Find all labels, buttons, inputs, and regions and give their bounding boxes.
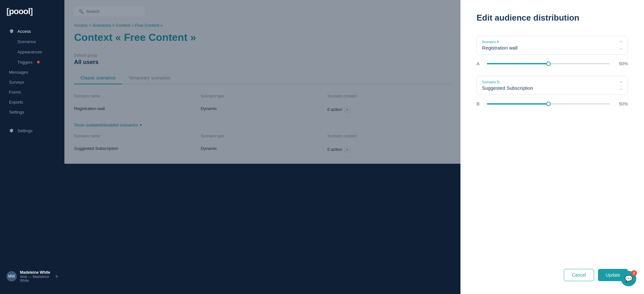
avatar: MW <box>6 271 17 281</box>
sidebar-item-appearances[interactable]: Appearances <box>3 47 62 57</box>
sidebar-label-messages: Messages <box>9 70 28 75</box>
chat-bubble[interactable]: 💬 2 <box>621 271 636 286</box>
scenario-a-value: Registration wall <box>482 45 622 51</box>
search-input[interactable] <box>86 9 140 14</box>
sidebar-label-settings: Settings <box>9 110 24 115</box>
page-title: Context « Free Content » <box>74 32 451 43</box>
sidebar-item-exports[interactable]: Exports <box>3 97 62 107</box>
row1-name: Registration wall <box>74 106 197 113</box>
user-profile[interactable]: MW Madeleine White Web — Madeleine White… <box>0 265 64 288</box>
sidebar-label-settings2: Settings <box>17 128 33 133</box>
user-sub: Web — Madeleine White <box>20 275 52 282</box>
sidebar-item-surveys[interactable]: Surveys <box>3 77 62 87</box>
sidebar-label-forms: Forms <box>9 90 21 95</box>
main-area: 🔍 Access > Scenarios > Context « Free Co… <box>64 0 460 294</box>
tab-classic[interactable]: Classic scenarios <box>74 72 122 84</box>
slider-a-label: A <box>477 61 482 66</box>
col-scenario-name: Scenario name <box>74 94 197 98</box>
chevron-down-icon: ▾ <box>140 123 142 127</box>
search-bar[interactable]: 🔍 <box>74 6 145 16</box>
sidebar: [poool] Access Scenarios Appearances Tri… <box>0 0 64 294</box>
sidebar-item-settings[interactable]: Settings <box>3 107 62 117</box>
group-label: Default group <box>74 53 451 58</box>
slider-b-value: 50% <box>615 101 628 106</box>
tabs: Classic scenarios Temporary scenarios <box>74 72 451 84</box>
sidebar-label-surveys: Surveys <box>9 80 24 85</box>
scenario-a-label: Scenario A <box>482 40 622 44</box>
slider-a-row: A 50% <box>477 61 628 66</box>
logo: [poool] <box>0 6 64 26</box>
sidebar-label-appearances: Appearances <box>17 50 42 54</box>
slider-b[interactable] <box>487 103 610 105</box>
triggers-badge <box>37 61 40 63</box>
sidebar-section-settings: Settings <box>0 125 64 136</box>
scenario-a-chevron-icon: ⌃⌄ <box>619 40 623 51</box>
scenario-b-value: Suggested Subscription <box>482 85 622 91</box>
user-chevron-icon: ⇅ <box>55 275 58 278</box>
modal-actions: Cancel Update <box>477 269 628 281</box>
slider-b-label: B <box>477 101 482 106</box>
table2-header: Scenario name Scenario type Scenario con… <box>74 131 451 142</box>
show-outdated-toggle[interactable]: Show outdated/disabled scenarios ▾ <box>74 123 451 127</box>
scenario-b-label: Scenario B <box>482 80 622 84</box>
slider-b-row: B 50% <box>477 101 628 106</box>
breadcrumb-access[interactable]: Access <box>74 23 88 28</box>
slider-a[interactable] <box>487 63 610 64</box>
sidebar-section-access: Access Scenarios Appearances Triggers Me… <box>0 26 64 117</box>
user-name: Madeleine White <box>20 270 52 275</box>
col-scenario-type: Scenario type <box>201 94 324 98</box>
modal-title: Edit audience distribution <box>477 13 628 23</box>
tab-temporary[interactable]: Temporary scenarios <box>122 72 177 84</box>
sidebar-item-scenarios[interactable]: Scenarios <box>3 36 62 47</box>
row1-type: Dynamic <box>201 106 324 113</box>
shield-icon <box>9 29 14 34</box>
sidebar-item-settings2[interactable]: Settings <box>3 125 62 136</box>
sidebar-label-triggers: Triggers <box>17 60 33 65</box>
sidebar-label-access: Access <box>17 29 31 34</box>
table-header: Scenario name Scenario type Scenario con… <box>74 91 451 102</box>
col-scenario-content: Scenario content <box>327 94 451 98</box>
sidebar-item-messages[interactable]: Messages <box>3 67 62 77</box>
sidebar-label-scenarios: Scenarios <box>17 39 36 44</box>
cancel-button[interactable]: Cancel <box>564 269 594 281</box>
table-row: Registration wall Dynamic 0 action ⊕ <box>74 102 451 117</box>
group-name: All users <box>74 59 451 66</box>
modal-panel: Edit audience distribution Scenario A Re… <box>460 0 644 294</box>
scenario-a-field[interactable]: Scenario A Registration wall ⌃⌄ <box>477 36 628 55</box>
scenario-b-chevron-icon: ⌃⌄ <box>619 80 623 91</box>
search-icon: 🔍 <box>79 9 84 14</box>
gear-icon <box>9 128 14 133</box>
sidebar-label-exports: Exports <box>9 100 23 105</box>
table2-row: Suggested Subscription Dynamic 0 action … <box>74 142 451 157</box>
slider-a-value: 50% <box>615 61 628 66</box>
scenarios-icon <box>9 39 14 44</box>
breadcrumb: Access > Scenarios > Context « Free Cont… <box>74 23 451 28</box>
scenario-b-field[interactable]: Scenario B Suggested Subscription ⌃⌄ <box>477 76 628 95</box>
user-info: Madeleine White Web — Madeleine White <box>20 270 52 282</box>
sidebar-item-forms[interactable]: Forms <box>3 87 62 97</box>
sidebar-item-triggers[interactable]: Triggers <box>3 57 62 67</box>
main-content: 🔍 Access > Scenarios > Context « Free Co… <box>64 0 460 164</box>
breadcrumb-scenarios[interactable]: Scenarios <box>92 23 111 28</box>
appearances-icon <box>9 49 14 54</box>
action-icon2: ⊕ <box>344 146 350 152</box>
triggers-icon <box>9 60 14 65</box>
breadcrumb-context[interactable]: Context « Free Content » <box>116 23 163 28</box>
chat-badge: 2 <box>631 270 637 276</box>
action-icon: ⊕ <box>344 106 350 113</box>
row1-content: 0 action ⊕ <box>327 106 451 113</box>
sidebar-item-access[interactable]: Access <box>3 26 62 36</box>
